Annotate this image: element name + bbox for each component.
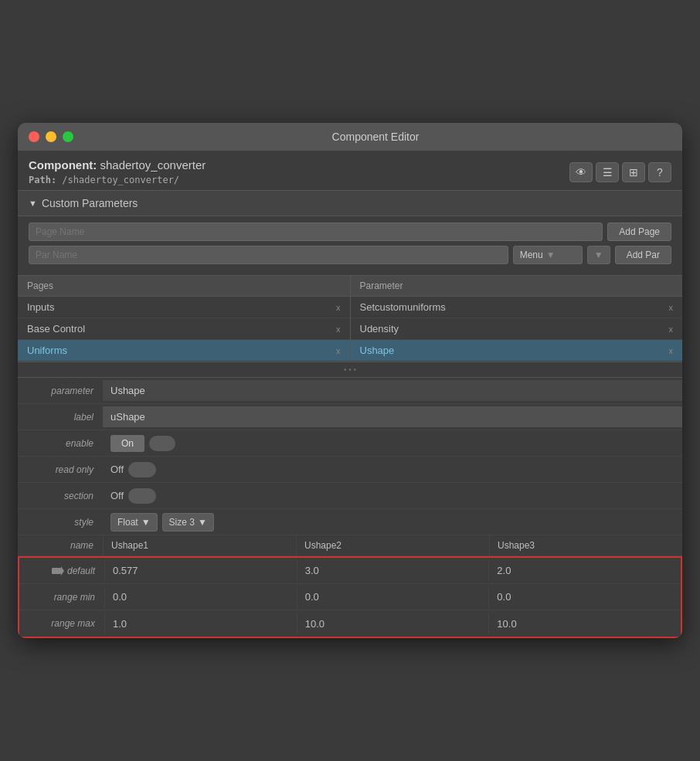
label-row: label uShape bbox=[18, 404, 682, 430]
label-value[interactable]: uShape bbox=[103, 406, 682, 427]
dropdown-arrow-icon-2: ▼ bbox=[594, 250, 603, 260]
param-item-label: Setcustomuniforms bbox=[360, 301, 446, 313]
collapse-arrow-icon: ▼ bbox=[29, 199, 37, 208]
page-item-close-icon[interactable]: x bbox=[336, 324, 341, 334]
default-val-3[interactable]: 2.0 bbox=[488, 560, 681, 581]
label-label: label bbox=[18, 412, 103, 423]
menu-select[interactable]: Menu ▼ bbox=[513, 246, 583, 264]
enable-on-button[interactable]: On bbox=[110, 435, 144, 452]
param-item-close-icon[interactable]: x bbox=[669, 346, 674, 355]
properties-table: parameter Ushape label uShape enable On … bbox=[18, 378, 682, 638]
divider-dots: • • • bbox=[18, 362, 682, 378]
param-item-udensity[interactable]: Udensity x bbox=[351, 318, 683, 340]
read-only-toggle: Off bbox=[103, 459, 164, 481]
style-dropdown-arrow-icon: ▼ bbox=[141, 517, 151, 528]
read-only-value: Off bbox=[110, 464, 124, 475]
section-value: Off bbox=[110, 490, 124, 501]
style-label: style bbox=[18, 517, 103, 528]
question-icon: ? bbox=[657, 166, 663, 178]
component-name: shadertoy_converter bbox=[100, 158, 206, 172]
params-column: Parameter Setcustomuniforms x Udensity x… bbox=[351, 276, 683, 362]
default-val-2[interactable]: 3.0 bbox=[297, 560, 489, 581]
param-item-close-icon[interactable]: x bbox=[669, 303, 674, 312]
extra-select[interactable]: ▼ bbox=[587, 246, 610, 264]
param-item-ushape[interactable]: Ushape x bbox=[351, 340, 683, 362]
size-dropdown-arrow-icon: ▼ bbox=[198, 517, 207, 528]
grid-button[interactable]: ⊞ bbox=[622, 162, 645, 182]
parameter-row: parameter Ushape bbox=[18, 378, 682, 404]
default-icon bbox=[52, 566, 64, 576]
read-only-switch[interactable] bbox=[128, 462, 156, 477]
param-item-label: Udensity bbox=[360, 323, 399, 335]
range-min-val-1[interactable]: 0.0 bbox=[104, 586, 297, 607]
style-float-dropdown[interactable]: Float ▼ bbox=[110, 513, 158, 532]
name-col-2[interactable]: Ushape2 bbox=[296, 535, 489, 555]
default-val-1[interactable]: 0.577 bbox=[104, 560, 297, 581]
page-item-label: Base Control bbox=[27, 323, 85, 335]
read-only-label: read only bbox=[18, 464, 103, 475]
pages-column: Pages Inputs x Base Control x Uniforms x bbox=[18, 276, 351, 362]
enable-switch[interactable] bbox=[149, 436, 175, 451]
params-col-header: Parameter bbox=[351, 276, 683, 297]
header: Component: shadertoy_converter Path: /sh… bbox=[18, 151, 682, 191]
range-min-val-2[interactable]: 0.0 bbox=[297, 586, 489, 607]
range-min-val-3[interactable]: 0.0 bbox=[488, 586, 681, 607]
minimize-button[interactable] bbox=[46, 131, 56, 142]
page-item-base-control[interactable]: Base Control x bbox=[18, 318, 350, 340]
range-max-label: range max bbox=[19, 618, 104, 629]
enable-label: enable bbox=[18, 438, 103, 449]
parameter-value[interactable]: Ushape bbox=[103, 380, 682, 401]
param-item-setcustomuniforms[interactable]: Setcustomuniforms x bbox=[351, 297, 683, 318]
enable-row: enable On bbox=[18, 430, 682, 457]
page-item-label: Inputs bbox=[27, 301, 54, 313]
data-section: default 0.577 3.0 2.0 range min 0.0 0.0 … bbox=[18, 556, 682, 638]
page-item-close-icon[interactable]: x bbox=[336, 303, 341, 312]
name-row: name Ushape1 Ushape2 Ushape3 bbox=[18, 535, 682, 556]
add-page-button[interactable]: Add Page bbox=[607, 223, 671, 241]
section-switch[interactable] bbox=[128, 488, 156, 504]
page-item-label: Uniforms bbox=[27, 345, 67, 356]
pages-col-header: Pages bbox=[18, 276, 350, 297]
custom-params-section: ▼ Custom Parameters bbox=[18, 191, 682, 216]
help-button[interactable]: ? bbox=[648, 162, 671, 182]
menu-label: Menu bbox=[520, 250, 543, 260]
param-item-label: Ushape bbox=[360, 345, 395, 356]
default-label: default bbox=[19, 566, 104, 576]
list-button[interactable]: ☰ bbox=[596, 162, 619, 182]
par-name-input[interactable] bbox=[29, 246, 508, 264]
style-controls: Float ▼ Size 3 ▼ bbox=[103, 510, 222, 535]
default-row: default 0.577 3.0 2.0 bbox=[19, 558, 681, 584]
svg-marker-1 bbox=[61, 566, 64, 576]
parameter-label: parameter bbox=[18, 386, 103, 396]
enable-toggle: On bbox=[103, 432, 183, 455]
list-icon: ☰ bbox=[603, 166, 613, 178]
dropdown-arrow-icon: ▼ bbox=[546, 250, 556, 260]
page-item-inputs[interactable]: Inputs x bbox=[18, 297, 350, 318]
add-par-button[interactable]: Add Par bbox=[615, 246, 671, 264]
section-toggle: Off bbox=[103, 485, 164, 507]
range-max-val-1[interactable]: 1.0 bbox=[104, 613, 297, 634]
svg-rect-0 bbox=[52, 568, 61, 574]
close-button[interactable] bbox=[29, 131, 39, 142]
path-label: Path: bbox=[29, 175, 56, 185]
style-row: style Float ▼ Size 3 ▼ bbox=[18, 509, 682, 535]
section-row: section Off bbox=[18, 483, 682, 509]
range-max-val-2[interactable]: 10.0 bbox=[297, 613, 489, 634]
range-max-val-3[interactable]: 10.0 bbox=[488, 613, 681, 634]
custom-params-controls: Add Page Menu ▼ ▼ Add Par bbox=[18, 216, 682, 276]
param-item-close-icon[interactable]: x bbox=[669, 324, 674, 334]
name-col-3[interactable]: Ushape3 bbox=[489, 535, 682, 555]
name-label: name bbox=[18, 535, 103, 555]
page-item-close-icon[interactable]: x bbox=[336, 346, 341, 355]
size-dropdown[interactable]: Size 3 ▼ bbox=[162, 513, 214, 532]
path-value: /shadertoy_converter/ bbox=[62, 175, 179, 185]
eye-button[interactable]: 👁 bbox=[569, 162, 593, 182]
section-title: Custom Parameters bbox=[42, 197, 138, 209]
maximize-button[interactable] bbox=[63, 131, 73, 142]
pages-params-table: Pages Inputs x Base Control x Uniforms x… bbox=[18, 276, 682, 362]
style-value: Float bbox=[117, 517, 138, 528]
page-name-input[interactable] bbox=[29, 223, 603, 241]
page-item-uniforms[interactable]: Uniforms x bbox=[18, 340, 350, 362]
name-col-1[interactable]: Ushape1 bbox=[103, 535, 296, 555]
read-only-row: read only Off bbox=[18, 457, 682, 483]
